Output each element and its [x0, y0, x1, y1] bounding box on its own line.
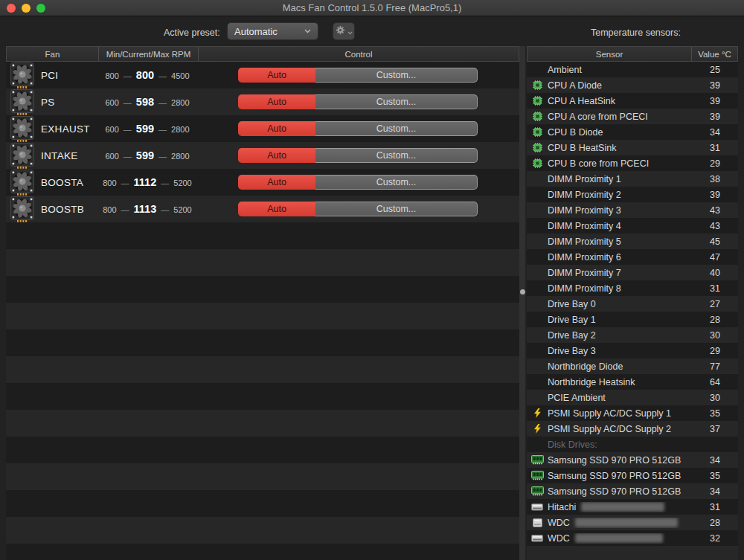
- rpm-separator: —: [124, 98, 132, 107]
- sensor-row[interactable]: Drive Bay 3 29: [527, 343, 738, 358]
- zoom-button[interactable]: [36, 4, 45, 13]
- sensor-value: 43: [692, 221, 738, 231]
- sensor-row[interactable]: DIMM Proximity 7 40: [527, 265, 738, 280]
- fan-rpm: 800 — 800 — 4500: [97, 69, 197, 81]
- sensor-row[interactable]: Hitachi 31: [527, 499, 738, 515]
- sensor-name: CPU A Diode: [548, 80, 602, 91]
- empty-row: [6, 276, 519, 303]
- sensor-name: PSMI Supply AC/DC Supply 1: [548, 408, 671, 419]
- gear-icon: [336, 25, 345, 38]
- sensor-row[interactable]: CPU A HeatSink 39: [527, 93, 738, 109]
- preset-select[interactable]: Automatic: [227, 22, 318, 40]
- custom-button[interactable]: Custom...: [315, 94, 478, 109]
- sensor-row[interactable]: DIMM Proximity 1 38: [527, 171, 738, 187]
- active-preset-label: Active preset:: [164, 28, 220, 38]
- redacted-text: [575, 533, 663, 543]
- sensor-name: DIMM Proximity 2: [548, 190, 621, 200]
- custom-button[interactable]: Custom...: [315, 175, 478, 190]
- sensor-row[interactable]: Samsung SSD 970 PRO 512GB 34: [527, 483, 738, 499]
- sensor-row[interactable]: PSMI Supply AC/DC Supply 1 35: [527, 405, 738, 421]
- sensor-row[interactable]: CPU A core from PCECI 39: [527, 109, 738, 124]
- sensor-row[interactable]: DIMM Proximity 3 43: [527, 202, 738, 218]
- fan-rpm-min: 600: [105, 125, 118, 134]
- sensor-row[interactable]: WDC 32: [527, 530, 738, 546]
- sensor-name: Ambient: [548, 65, 582, 75]
- sensor-value: 47: [692, 252, 738, 263]
- preset-actions-button[interactable]: [333, 22, 355, 40]
- sensor-row[interactable]: Drive Bay 1 28: [527, 312, 738, 327]
- rpm-separator: —: [158, 125, 167, 134]
- sensor-row[interactable]: DIMM Proximity 4 43: [527, 218, 738, 234]
- power-icon: [527, 408, 548, 418]
- sensor-row[interactable]: CPU B core from PCECI 29: [527, 155, 738, 171]
- auto-button[interactable]: Auto: [238, 148, 315, 163]
- auto-button[interactable]: Auto: [238, 68, 315, 83]
- rpm-separator: —: [121, 178, 129, 187]
- pane-splitter[interactable]: [519, 46, 525, 560]
- sensor-row[interactable]: DIMM Proximity 8 31: [527, 280, 738, 296]
- custom-button[interactable]: Custom...: [315, 121, 478, 136]
- rpm-separator: —: [158, 71, 167, 80]
- sensor-row[interactable]: DIMM Proximity 5 45: [527, 234, 738, 249]
- sensor-row[interactable]: CPU B HeatSink 31: [527, 140, 738, 155]
- sensor-value: 27: [692, 299, 738, 309]
- splitter-handle-icon[interactable]: [520, 289, 525, 295]
- sensor-name: PSMI Supply AC/DC Supply 2: [548, 424, 671, 434]
- fan-rpm-current: 1113: [134, 203, 157, 215]
- sensor-value: 30: [692, 330, 738, 341]
- sensor-value: 34: [692, 127, 738, 138]
- fan-icon: [10, 116, 34, 142]
- sensor-name: Disk Drives:: [548, 440, 597, 450]
- sensor-row[interactable]: Samsung SSD 970 PRO 512GB 34: [527, 452, 738, 468]
- sensor-row[interactable]: Ambient 25: [527, 62, 738, 77]
- rpm-separator: —: [158, 98, 167, 107]
- rpm-separator: —: [161, 205, 169, 214]
- temperature-sensors-label: Temperature sensors:: [591, 28, 681, 38]
- auto-button[interactable]: Auto: [238, 94, 315, 109]
- fan-control-segmented: Auto Custom...: [238, 202, 478, 216]
- sensor-row[interactable]: Drive Bay 2 30: [527, 327, 738, 343]
- header-fan: Fan: [7, 47, 98, 61]
- fan-rpm-min: 800: [105, 71, 118, 80]
- sensor-row[interactable]: PCIE Ambient 30: [527, 390, 738, 405]
- sensor-row[interactable]: Drive Bay 0 27: [527, 296, 738, 312]
- custom-button[interactable]: Custom...: [315, 202, 478, 216]
- auto-button[interactable]: Auto: [238, 121, 315, 136]
- sensor-row[interactable]: Northbridge Diode 77: [527, 358, 738, 374]
- cpu-icon: [527, 96, 548, 106]
- sensor-value: 28: [692, 315, 738, 325]
- auto-button[interactable]: Auto: [238, 202, 315, 216]
- sensor-name: DIMM Proximity 6: [548, 252, 621, 263]
- sensor-row[interactable]: Samsung SSD 970 PRO 512GB 35: [527, 468, 738, 483]
- sensor-value: 39: [692, 112, 738, 122]
- sensor-row[interactable]: DIMM Proximity 2 39: [527, 187, 738, 202]
- fan-rpm: 800 — 1112 — 5200: [97, 176, 197, 188]
- sensor-row[interactable]: CPU B Diode 34: [527, 124, 738, 140]
- fan-row: PCI 800 — 800 — 4500 Auto Custom...: [6, 62, 519, 88]
- sensor-row[interactable]: PSMI Supply AC/DC Supply 2 37: [527, 421, 738, 437]
- empty-row: [6, 356, 519, 383]
- fan-control-segmented: Auto Custom...: [238, 68, 478, 83]
- close-button[interactable]: [7, 4, 16, 13]
- sensor-row[interactable]: WDC 28: [527, 515, 738, 530]
- sensor-value: 37: [692, 424, 738, 434]
- sensor-value: 31: [692, 143, 738, 153]
- sensor-row[interactable]: DIMM Proximity 6 47: [527, 249, 738, 265]
- fan-control-segmented: Auto Custom...: [238, 94, 478, 109]
- sensor-name: DIMM Proximity 3: [548, 205, 621, 216]
- custom-button[interactable]: Custom...: [315, 68, 478, 83]
- chevron-down-icon: [304, 29, 311, 33]
- fan-rpm: 600 — 599 — 2800: [97, 149, 197, 161]
- hdd-icon: [527, 534, 548, 543]
- sensor-row[interactable]: CPU A Diode 39: [527, 77, 738, 93]
- content: Fan Min/Current/Max RPM Control PCI 800 …: [0, 46, 744, 560]
- auto-button[interactable]: Auto: [238, 175, 315, 190]
- fan-name: PCI: [41, 70, 58, 81]
- fan-name: EXHAUST: [41, 123, 90, 135]
- custom-button[interactable]: Custom...: [315, 148, 478, 163]
- sensor-name: CPU B core from PCECI: [548, 158, 649, 169]
- sensor-name: Drive Bay 2: [548, 330, 596, 341]
- sensor-row[interactable]: Northbridge Heatsink 64: [527, 374, 738, 390]
- minimize-button[interactable]: [22, 4, 31, 13]
- header-value: Value °C: [691, 47, 737, 61]
